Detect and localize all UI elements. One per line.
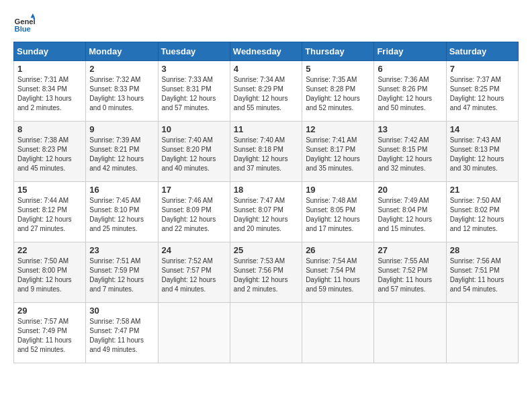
- day-number: 6: [378, 64, 442, 74]
- sunrise-label: Sunrise: 7:54 AM: [306, 257, 357, 265]
- weekday-header-friday: Friday: [374, 42, 446, 61]
- sunrise-label: Sunrise: 7:46 AM: [162, 197, 213, 204]
- sunset-label: Sunset: 7:56 PM: [234, 267, 283, 274]
- sunset-label: Sunset: 7:49 PM: [17, 327, 67, 334]
- calendar-cell: 11 Sunrise: 7:40 AM Sunset: 8:18 PM Dayl…: [230, 122, 302, 182]
- daylight-label: Daylight: 12 hours and 35 minutes.: [306, 155, 360, 172]
- calendar-cell: [374, 303, 446, 363]
- daylight-label: Daylight: 12 hours and 17 minutes.: [306, 216, 360, 232]
- sunset-label: Sunset: 8:10 PM: [89, 206, 139, 214]
- day-number: 15: [17, 185, 82, 195]
- daylight-label: Daylight: 12 hours and 45 minutes.: [17, 155, 72, 172]
- daylight-label: Daylight: 12 hours and 52 minutes.: [306, 95, 360, 111]
- day-number: 8: [17, 124, 82, 134]
- daylight-label: Daylight: 12 hours and 55 minutes.: [234, 95, 288, 111]
- sunrise-label: Sunrise: 7:34 AM: [234, 76, 285, 83]
- calendar-cell: 21 Sunrise: 7:50 AM Sunset: 8:02 PM Dayl…: [446, 182, 518, 242]
- cell-info: Sunrise: 7:38 AM Sunset: 8:23 PM Dayligh…: [17, 136, 82, 173]
- daylight-label: Daylight: 12 hours and 30 minutes.: [450, 155, 504, 172]
- sunset-label: Sunset: 8:17 PM: [306, 146, 355, 153]
- svg-text:General: General: [15, 17, 35, 26]
- sunrise-label: Sunrise: 7:38 AM: [17, 136, 69, 144]
- cell-info: Sunrise: 7:45 AM Sunset: 8:10 PM Dayligh…: [89, 196, 154, 234]
- sunrise-label: Sunrise: 7:48 AM: [306, 197, 357, 204]
- day-number: 30: [89, 306, 154, 316]
- sunset-label: Sunset: 8:15 PM: [378, 146, 427, 153]
- cell-info: Sunrise: 7:44 AM Sunset: 8:12 PM Dayligh…: [17, 196, 82, 234]
- daylight-label: Daylight: 12 hours and 27 minutes.: [17, 216, 72, 232]
- calendar-cell: 14 Sunrise: 7:43 AM Sunset: 8:13 PM Dayl…: [446, 122, 518, 182]
- day-number: 13: [378, 124, 442, 134]
- cell-info: Sunrise: 7:46 AM Sunset: 8:09 PM Dayligh…: [162, 196, 226, 234]
- day-number: 24: [162, 245, 226, 255]
- calendar-cell: 6 Sunrise: 7:36 AM Sunset: 8:26 PM Dayli…: [374, 61, 446, 122]
- sunset-label: Sunset: 8:07 PM: [234, 206, 283, 214]
- calendar-cell: 9 Sunrise: 7:39 AM Sunset: 8:21 PM Dayli…: [86, 122, 158, 182]
- day-number: 17: [162, 185, 226, 195]
- sunset-label: Sunset: 8:31 PM: [162, 85, 212, 93]
- sunrise-label: Sunrise: 7:52 AM: [162, 257, 213, 265]
- calendar-week-row: 15 Sunrise: 7:44 AM Sunset: 8:12 PM Dayl…: [14, 182, 519, 242]
- sunset-label: Sunset: 8:09 PM: [162, 206, 212, 214]
- day-number: 12: [306, 124, 370, 134]
- calendar-cell: 3 Sunrise: 7:33 AM Sunset: 8:31 PM Dayli…: [158, 61, 230, 122]
- daylight-label: Daylight: 12 hours and 2 minutes.: [234, 276, 288, 293]
- logo: General Blue: [13, 13, 39, 35]
- sunset-label: Sunset: 8:18 PM: [234, 146, 283, 153]
- day-number: 29: [17, 306, 82, 316]
- day-number: 20: [378, 185, 442, 195]
- sunrise-label: Sunrise: 7:33 AM: [162, 76, 213, 83]
- day-number: 16: [89, 185, 154, 195]
- svg-text:Blue: Blue: [15, 25, 31, 33]
- calendar-cell: [158, 303, 230, 363]
- sunset-label: Sunset: 8:28 PM: [306, 85, 355, 93]
- calendar-cell: 15 Sunrise: 7:44 AM Sunset: 8:12 PM Dayl…: [14, 182, 86, 242]
- sunset-label: Sunset: 8:21 PM: [89, 146, 139, 153]
- calendar-cell: [446, 303, 518, 363]
- daylight-label: Daylight: 12 hours and 50 minutes.: [378, 95, 432, 111]
- daylight-label: Daylight: 12 hours and 25 minutes.: [89, 216, 144, 232]
- cell-info: Sunrise: 7:53 AM Sunset: 7:56 PM Dayligh…: [234, 257, 298, 294]
- cell-info: Sunrise: 7:49 AM Sunset: 8:04 PM Dayligh…: [378, 196, 442, 234]
- sunset-label: Sunset: 8:23 PM: [17, 146, 67, 153]
- daylight-label: Daylight: 12 hours and 40 minutes.: [162, 155, 216, 172]
- cell-info: Sunrise: 7:36 AM Sunset: 8:26 PM Dayligh…: [378, 75, 442, 113]
- calendar-cell: [230, 303, 302, 363]
- sunrise-label: Sunrise: 7:53 AM: [234, 257, 285, 265]
- sunset-label: Sunset: 7:52 PM: [378, 267, 427, 274]
- sunset-label: Sunset: 8:00 PM: [17, 267, 67, 274]
- cell-info: Sunrise: 7:47 AM Sunset: 8:07 PM Dayligh…: [234, 196, 298, 234]
- sunset-label: Sunset: 8:02 PM: [450, 206, 500, 214]
- day-number: 21: [450, 185, 515, 195]
- daylight-label: Daylight: 11 hours and 59 minutes.: [306, 276, 360, 293]
- sunset-label: Sunset: 8:33 PM: [89, 85, 139, 93]
- calendar-cell: 27 Sunrise: 7:55 AM Sunset: 7:52 PM Dayl…: [374, 242, 446, 303]
- cell-info: Sunrise: 7:58 AM Sunset: 7:47 PM Dayligh…: [89, 317, 154, 355]
- cell-info: Sunrise: 7:32 AM Sunset: 8:33 PM Dayligh…: [89, 75, 154, 113]
- daylight-label: Daylight: 11 hours and 52 minutes.: [17, 336, 72, 353]
- sunrise-label: Sunrise: 7:36 AM: [378, 76, 429, 83]
- weekday-header-wednesday: Wednesday: [230, 42, 302, 61]
- sunrise-label: Sunrise: 7:35 AM: [306, 76, 357, 83]
- daylight-label: Daylight: 11 hours and 49 minutes.: [89, 336, 144, 353]
- day-number: 10: [162, 124, 226, 134]
- cell-info: Sunrise: 7:41 AM Sunset: 8:17 PM Dayligh…: [306, 136, 370, 173]
- daylight-label: Daylight: 12 hours and 32 minutes.: [378, 155, 432, 172]
- sunrise-label: Sunrise: 7:32 AM: [89, 76, 140, 83]
- daylight-label: Daylight: 11 hours and 57 minutes.: [378, 276, 432, 293]
- weekday-header-monday: Monday: [86, 42, 158, 61]
- sunset-label: Sunset: 8:26 PM: [378, 85, 427, 93]
- sunset-label: Sunset: 8:29 PM: [234, 85, 283, 93]
- weekday-header-row: SundayMondayTuesdayWednesdayThursdayFrid…: [14, 42, 519, 61]
- daylight-label: Daylight: 12 hours and 47 minutes.: [450, 95, 504, 111]
- cell-info: Sunrise: 7:48 AM Sunset: 8:05 PM Dayligh…: [306, 196, 370, 234]
- calendar-week-row: 29 Sunrise: 7:57 AM Sunset: 7:49 PM Dayl…: [14, 303, 519, 363]
- day-number: 18: [234, 185, 298, 195]
- day-number: 25: [234, 245, 298, 255]
- cell-info: Sunrise: 7:40 AM Sunset: 8:20 PM Dayligh…: [162, 136, 226, 173]
- day-number: 19: [306, 185, 370, 195]
- sunrise-label: Sunrise: 7:51 AM: [89, 257, 140, 265]
- sunset-label: Sunset: 7:57 PM: [162, 267, 212, 274]
- daylight-label: Daylight: 12 hours and 42 minutes.: [89, 155, 144, 172]
- sunrise-label: Sunrise: 7:50 AM: [17, 257, 69, 265]
